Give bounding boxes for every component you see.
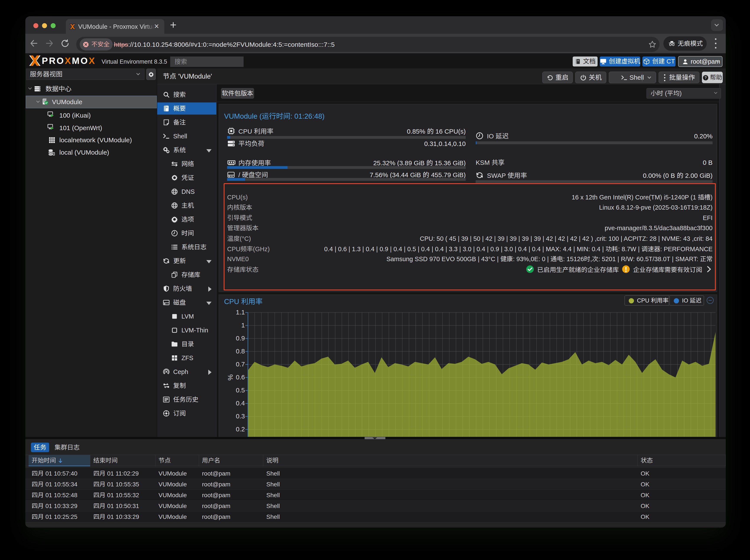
svg-text:0.8: 0.8 bbox=[236, 347, 245, 355]
svg-text:1.1: 1.1 bbox=[236, 308, 245, 316]
svg-text:0.7: 0.7 bbox=[236, 361, 245, 368]
svg-text:0.9: 0.9 bbox=[236, 335, 245, 342]
svg-text:1: 1 bbox=[241, 322, 245, 329]
svg-text:0.2: 0.2 bbox=[236, 425, 245, 433]
svg-text:0.6: 0.6 bbox=[236, 374, 245, 381]
svg-text:0.5: 0.5 bbox=[236, 386, 245, 394]
svg-text:0.4: 0.4 bbox=[236, 400, 245, 407]
svg-text:0.3: 0.3 bbox=[236, 413, 245, 420]
svg-text:%: % bbox=[226, 375, 234, 380]
svg-text:?: ? bbox=[705, 76, 707, 80]
